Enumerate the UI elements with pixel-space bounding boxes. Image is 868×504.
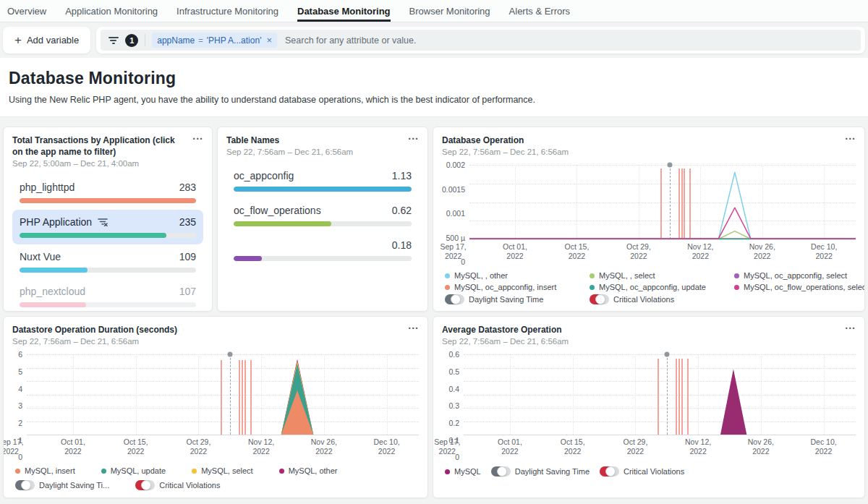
bar-value: 0.62 xyxy=(392,205,412,216)
legend-color-dot xyxy=(192,469,197,474)
nav-tab-database-monitoring[interactable]: Database Monitoring xyxy=(297,0,391,22)
x-tick-label: Nov 26,2022 xyxy=(749,242,775,260)
panel-title: Datastore Operation Duration (seconds) xyxy=(12,324,419,336)
legend-toggle-daylight-saving-time[interactable]: Daylight Saving Time xyxy=(445,294,590,304)
toggle-switch[interactable] xyxy=(15,480,35,490)
legend-label: MySQL, oc_appconfig, update xyxy=(599,283,706,291)
bar-label: php_nextcloud xyxy=(20,285,85,297)
legend-toggle-critical-violations[interactable]: Critical Violations xyxy=(590,294,734,304)
chart-plot-area[interactable] xyxy=(27,354,419,435)
legend-item[interactable]: MySQL, select xyxy=(192,466,253,475)
bar-label-line: 0.18 xyxy=(234,239,412,251)
y-tick-label: 0.001 xyxy=(446,209,465,218)
legend-label: Critical Violations xyxy=(613,295,674,304)
toggle-knob xyxy=(141,480,151,490)
panel-menu-icon[interactable]: ... xyxy=(845,130,856,142)
toggle-knob xyxy=(605,466,616,477)
bar-row[interactable]: oc_flow_operations0.62 xyxy=(226,198,419,233)
chart-plot-area[interactable] xyxy=(464,354,856,435)
x-tick-label: Oct 01,2022 xyxy=(503,242,527,260)
toggle-switch[interactable] xyxy=(445,294,464,304)
x-tick-label: Dec 10,2022 xyxy=(811,242,837,260)
nav-tab-application-monitoring[interactable]: Application Monitoring xyxy=(65,0,158,22)
bar-value: 235 xyxy=(179,216,196,228)
chip-remove-icon[interactable]: × xyxy=(265,35,272,46)
chip-operator: = xyxy=(198,36,203,45)
legend-toggle-critical-violations[interactable]: Critical Violations xyxy=(600,466,684,477)
panel-average-datastore: Average Datastore Operation Sep 22, 7:56… xyxy=(433,316,865,498)
legend-item[interactable]: MySQL, oc_flow_operations, select xyxy=(734,283,865,291)
search-input[interactable] xyxy=(284,35,854,46)
add-variable-button[interactable]: + Add variable xyxy=(3,27,90,54)
nav-tab-browser-monitoring[interactable]: Browser Monitoring xyxy=(409,0,490,22)
legend-item[interactable]: MySQL, oc_appconfig, insert xyxy=(445,283,590,291)
bar-row[interactable]: php_lighttpd283 xyxy=(12,175,203,210)
legend-item[interactable]: MySQL, insert xyxy=(15,466,75,475)
dashboard-grid: Total Transactions by Application (click… xyxy=(3,127,865,498)
bar-label-text: php_lighttpd xyxy=(20,181,75,193)
panel-menu-icon[interactable]: ... xyxy=(408,130,419,142)
y-tick-label: 2 xyxy=(18,419,22,427)
nav-tab-overview[interactable]: Overview xyxy=(7,0,46,22)
bar-label-line: oc_flow_operations0.62 xyxy=(234,204,412,216)
x-tick-label: Oct 29,2022 xyxy=(623,437,647,456)
bar-row[interactable]: PHP Application235 xyxy=(12,210,203,244)
x-axis: Sep 17,2022Oct 01,2022Oct 15,2022Oct 29,… xyxy=(469,242,856,262)
toggle-switch[interactable] xyxy=(600,466,619,477)
legend-color-dot xyxy=(590,273,595,278)
legend-item[interactable]: MySQL, oc_appconfig, update xyxy=(590,283,734,291)
bar-row[interactable]: oc_appconfig1.13 xyxy=(226,163,419,198)
chart-plot-area[interactable] xyxy=(469,165,856,240)
legend-toggle-daylight-saving-time[interactable]: Daylight Saving Time xyxy=(491,466,590,477)
bar-track xyxy=(20,268,196,273)
bar-value: 109 xyxy=(179,251,196,262)
y-tick-label: 5 xyxy=(18,367,22,376)
bar-value: 283 xyxy=(179,181,196,193)
legend-item[interactable]: MySQL, , select xyxy=(590,271,734,280)
legend-item[interactable]: MySQL, oc_appconfig, select xyxy=(734,271,865,280)
bar-row[interactable]: 0.18 xyxy=(226,233,419,268)
panel-timerange: Sep 22, 7:56am – Dec 21, 6:56am xyxy=(442,337,856,346)
legend-color-dot xyxy=(445,273,450,278)
toggle-switch[interactable] xyxy=(491,466,511,477)
legend-item[interactable]: MySQL, , other xyxy=(445,271,590,280)
nav-tab-alerts-errors[interactable]: Alerts & Errors xyxy=(509,0,571,22)
legend-color-dot xyxy=(445,469,450,474)
legend-item[interactable]: MySQL, update xyxy=(101,466,166,475)
y-tick-label: 3 xyxy=(18,401,22,410)
x-tick-label: Oct 15,2022 xyxy=(124,437,148,456)
filter-field: 1 appName = 'PHP A...ation' × xyxy=(101,30,861,51)
x-axis: Sep 17,2022Oct 01,2022Oct 15,2022Oct 29,… xyxy=(27,437,419,457)
bar-row[interactable]: php_nextcloud107 xyxy=(12,279,203,312)
legend-color-dot xyxy=(279,469,284,474)
legend-color-dot xyxy=(590,285,595,290)
legend-label: MySQL xyxy=(454,467,481,476)
legend-color-dot xyxy=(445,285,450,290)
panel-menu-icon[interactable]: ... xyxy=(408,320,419,331)
x-tick-label: Oct 29,2022 xyxy=(186,437,210,456)
legend-item[interactable]: MySQL, other xyxy=(279,466,338,475)
filter-chip[interactable]: appName = 'PHP A...ation' × xyxy=(152,33,277,48)
toggle-knob xyxy=(595,294,605,304)
panel-menu-icon[interactable]: ... xyxy=(192,130,203,142)
legend-label: MySQL, oc_flow_operations, select xyxy=(744,283,865,291)
toggle-switch[interactable] xyxy=(590,294,609,304)
legend-toggle-daylight-saving-ti-[interactable]: Daylight Saving Ti... xyxy=(15,480,109,490)
legend-label: Critical Violations xyxy=(159,481,220,490)
panel-table-names: Table Names Sep 22, 7:56am – Dec 21, 6:5… xyxy=(217,127,428,312)
bar-label-line: PHP Application235 xyxy=(20,215,196,228)
legend-toggle-critical-violations[interactable]: Critical Violations xyxy=(135,480,220,490)
panel-menu-icon[interactable]: ... xyxy=(845,320,856,331)
x-tick-label: Oct 01,2022 xyxy=(498,437,522,456)
y-tick-label: 0.6 xyxy=(448,350,459,359)
filter-funnel-icon[interactable] xyxy=(108,37,119,44)
filter-count-badge: 1 xyxy=(125,34,138,47)
remove-filter-icon[interactable] xyxy=(98,218,108,226)
bar-row[interactable]: Nuxt Vue109 xyxy=(12,244,203,279)
legend-label: MySQL, update xyxy=(111,466,166,475)
add-variable-label: Add variable xyxy=(27,35,79,46)
legend-item[interactable]: MySQL xyxy=(445,466,481,477)
nav-tab-infrastructure-monitoring[interactable]: Infrastructure Monitoring xyxy=(176,0,278,22)
toggle-switch[interactable] xyxy=(135,480,155,490)
bar-fill xyxy=(234,256,262,261)
